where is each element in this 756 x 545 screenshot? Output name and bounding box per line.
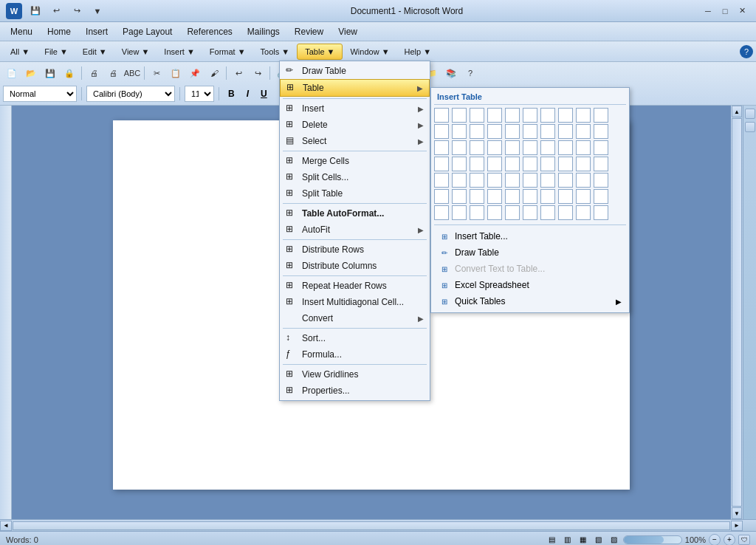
grid-cell-5-6[interactable] [540, 189, 555, 204]
grid-cell-2-4[interactable] [505, 140, 520, 155]
grid-cell-6-2[interactable] [470, 205, 484, 220]
grid-cell-5-9[interactable] [594, 189, 608, 204]
menu-item-convert[interactable]: Convert ▶ [280, 310, 430, 326]
hscroll-left-btn[interactable]: ◄ [0, 521, 12, 531]
grid-cell-2-6[interactable] [540, 140, 555, 155]
save-btn[interactable]: 💾 [41, 65, 59, 81]
security-icon[interactable]: 🛡 [738, 535, 750, 545]
grid-cell-2-5[interactable] [523, 140, 537, 155]
menu-item-insert-multi[interactable]: ⊞ Insert Multidiagonal Cell... [280, 294, 430, 310]
grid-cell-6-3[interactable] [487, 205, 502, 220]
grid-cell-5-0[interactable] [434, 189, 449, 204]
grid-cell-5-8[interactable] [576, 189, 591, 204]
grid-cell-3-8[interactable] [576, 157, 591, 171]
menu-menu[interactable]: Menu [3, 24, 40, 40]
secondary-edit[interactable]: Edit ▼ [75, 44, 114, 60]
panel-btn-2[interactable] [745, 122, 755, 132]
grid-cell-2-0[interactable] [434, 140, 449, 155]
submenu-excel-sheet[interactable]: ⊞ Excel Spreadsheet [434, 277, 626, 293]
redo-quick-btn[interactable]: ↪ [68, 3, 86, 19]
grid-cell-4-7[interactable] [558, 173, 573, 188]
grid-cell-2-3[interactable] [487, 140, 502, 155]
grid-cell-0-0[interactable] [434, 108, 449, 123]
zoom-slider[interactable] [623, 535, 682, 544]
scroll-up-btn[interactable]: ▲ [732, 106, 742, 117]
menu-view[interactable]: View [331, 24, 365, 40]
format-painter-btn[interactable]: 🖌 [205, 65, 223, 81]
menu-mailings[interactable]: Mailings [240, 24, 287, 40]
grid-cell-4-6[interactable] [540, 173, 555, 188]
menu-item-merge-cells[interactable]: ⊞ Merge Cells [280, 153, 430, 169]
secondary-insert[interactable]: Insert ▼ [157, 44, 202, 60]
help-toolbar-btn[interactable]: ? [461, 65, 479, 81]
secondary-file[interactable]: File ▼ [37, 44, 75, 60]
submenu-insert-table-dialog[interactable]: ⊞ Insert Table... [434, 228, 626, 244]
redo-btn[interactable]: ↪ [249, 65, 267, 81]
grid-cell-1-9[interactable] [594, 124, 608, 139]
grid-cell-0-9[interactable] [594, 108, 608, 123]
grid-cell-0-3[interactable] [487, 108, 502, 123]
secondary-window[interactable]: Window ▼ [343, 44, 396, 60]
grid-cell-2-8[interactable] [576, 140, 591, 155]
grid-cell-6-0[interactable] [434, 205, 449, 220]
grid-cell-1-8[interactable] [576, 124, 591, 139]
grid-cell-1-6[interactable] [540, 124, 555, 139]
style-dropdown[interactable]: Normal [3, 86, 77, 102]
zoom-in-status-btn[interactable]: + [724, 534, 735, 546]
grid-cell-1-5[interactable] [523, 124, 537, 139]
grid-cell-2-9[interactable] [594, 140, 608, 155]
menu-item-distribute-rows[interactable]: ⊞ Distribute Rows [280, 241, 430, 258]
customize-quick-btn[interactable]: ▼ [89, 3, 106, 19]
grid-cell-2-7[interactable] [558, 140, 573, 155]
secondary-table[interactable]: Table ▼ [297, 44, 343, 60]
grid-cell-0-6[interactable] [540, 108, 555, 123]
minimize-btn[interactable]: ─ [700, 4, 716, 18]
submenu-quick-tables[interactable]: ⊞ Quick Tables ▶ [434, 293, 626, 309]
menu-insert[interactable]: Insert [78, 24, 115, 40]
grid-cell-1-4[interactable] [505, 124, 520, 139]
cut-btn[interactable]: ✂ [148, 65, 165, 81]
grid-cell-5-7[interactable] [558, 189, 573, 204]
font-dropdown[interactable]: Calibri (Body) [86, 86, 175, 102]
grid-cell-5-1[interactable] [452, 189, 467, 204]
save-quick-btn[interactable]: 💾 [27, 3, 44, 19]
menu-item-table-sub[interactable]: ⊞ Table ▶ [280, 79, 430, 97]
grid-cell-5-2[interactable] [470, 189, 484, 204]
grid-cell-5-3[interactable] [487, 189, 502, 204]
grid-cell-6-1[interactable] [452, 205, 467, 220]
grid-cell-5-5[interactable] [523, 189, 537, 204]
grid-cell-6-5[interactable] [523, 205, 537, 220]
grid-cell-3-6[interactable] [540, 157, 555, 171]
research-btn[interactable]: 📚 [442, 65, 460, 81]
grid-cell-4-0[interactable] [434, 173, 449, 188]
grid-cell-6-4[interactable] [505, 205, 520, 220]
paste-btn[interactable]: 📌 [186, 65, 204, 81]
print-preview-btn[interactable]: 🖨 [85, 65, 103, 81]
panel-btn-1[interactable] [745, 109, 755, 119]
grid-cell-6-8[interactable] [576, 205, 591, 220]
menu-item-select[interactable]: ▤ Select ▶ [280, 133, 430, 149]
menu-item-autoformat[interactable]: ⊞ Table AutoFormat... [280, 205, 430, 222]
menu-review[interactable]: Review [287, 24, 331, 40]
secondary-format[interactable]: Format ▼ [202, 44, 253, 60]
spell-btn[interactable]: ABC [123, 65, 141, 81]
grid-cell-4-8[interactable] [576, 173, 591, 188]
scroll-down-btn[interactable]: ▼ [732, 507, 742, 519]
grid-cell-0-2[interactable] [470, 108, 484, 123]
secondary-help[interactable]: Help ▼ [397, 44, 439, 60]
menu-item-repeat-header[interactable]: ⊞ Repeat Header Rows [280, 278, 430, 294]
grid-cell-6-7[interactable] [558, 205, 573, 220]
print-btn[interactable]: 🖨 [104, 65, 122, 81]
grid-cell-0-8[interactable] [576, 108, 591, 123]
bold-btn[interactable]: B [224, 86, 239, 102]
grid-cell-3-5[interactable] [523, 157, 537, 171]
copy-btn[interactable]: 📋 [167, 65, 185, 81]
menu-home[interactable]: Home [40, 24, 78, 40]
submenu-draw-table[interactable]: ✏ Draw Table [434, 244, 626, 261]
menu-page-layout[interactable]: Page Layout [115, 24, 179, 40]
menu-item-split-table[interactable]: ⊞ Split Table [280, 185, 430, 202]
new-btn[interactable]: 📄 [3, 65, 21, 81]
grid-cell-3-1[interactable] [452, 157, 467, 171]
help-circle-btn[interactable]: ? [740, 45, 753, 58]
grid-cell-0-5[interactable] [523, 108, 537, 123]
